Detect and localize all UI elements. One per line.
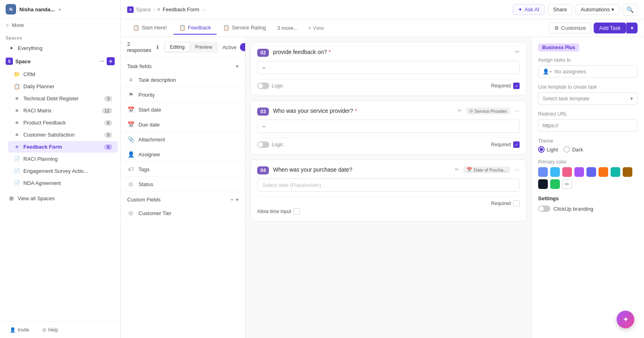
left-panel: 2 responses ⬇ Editing Preview Active ⚙	[121, 37, 246, 338]
redirect-url-input[interactable]	[538, 119, 638, 132]
question-03-input[interactable]	[257, 120, 520, 133]
field-tags[interactable]: 🏷 Tags	[121, 162, 245, 177]
task-fields-chevron-icon[interactable]: ▾	[236, 63, 239, 69]
assign-tasks-section: Assign tasks to 👤+ No assignees	[538, 57, 638, 78]
field-attachment[interactable]: 📎 Attachment	[121, 132, 245, 147]
download-icon[interactable]: ⬇	[155, 44, 160, 50]
add-task-dropdown-button[interactable]: ▾	[626, 23, 638, 33]
automations-button[interactable]: Automations ▾	[576, 4, 619, 15]
color-swatch-yellow[interactable]	[623, 167, 632, 177]
color-swatch-teal[interactable]	[611, 167, 620, 177]
fab-icon: ✦	[623, 315, 629, 324]
ask-ai-button[interactable]: ✦ Ask AI	[513, 4, 545, 15]
color-swatch-purple[interactable]	[574, 167, 584, 177]
required-checkbox[interactable]: ✓	[513, 83, 520, 89]
gear-icon: ⚙	[554, 25, 559, 31]
question-04-date-input[interactable]: Select date (Placeholder)	[257, 178, 520, 192]
color-swatch-dark[interactable]	[538, 179, 548, 189]
field-priority[interactable]: ⚑ Priority	[121, 87, 245, 102]
color-swatch-cyan[interactable]	[550, 167, 560, 177]
help-button[interactable]: ⊙ Help	[38, 325, 62, 335]
question-03-more-icon[interactable]: ···	[514, 108, 520, 115]
required-checkbox[interactable]	[513, 200, 520, 207]
active-toggle-switch[interactable]	[240, 43, 246, 51]
question-04: 04 When was your purchase date? ✏ 📅 Date…	[250, 160, 526, 222]
editing-button[interactable]: Editing	[165, 43, 190, 52]
field-customer-tier[interactable]: ⊙ Customer Tier	[121, 206, 245, 221]
color-swatch-green[interactable]	[550, 179, 560, 189]
assignee-icon: 👤	[127, 151, 134, 158]
active-toggle: Active ⚙	[222, 43, 246, 51]
space-more-icon[interactable]: ···	[99, 58, 104, 64]
invite-button[interactable]: 👤 Invite	[6, 325, 33, 335]
sidebar-item-view-all-spaces[interactable]: ⊞ View all Spaces	[2, 193, 118, 204]
tab-start-here[interactable]: 📋 Start Here!	[127, 21, 173, 35]
color-swatch-pink[interactable]	[562, 167, 572, 177]
customer-satisfaction-label: Customer Satisfaction	[23, 132, 74, 138]
sidebar-item-feedback-form[interactable]: ≡ Feedback Form 5	[8, 141, 118, 153]
custom-fields-chevron-icon[interactable]: ▾	[236, 197, 239, 203]
breadcrumb-more-icon[interactable]: ···	[202, 6, 206, 12]
field-start-date[interactable]: 📅 Start date	[121, 102, 245, 117]
sidebar-item-raci-matrix[interactable]: ≡ RACI Matrix 12	[8, 105, 118, 116]
tab-feedback[interactable]: 📋 Feedback	[173, 21, 217, 35]
space-name: Space	[15, 58, 31, 64]
space-add-button[interactable]: +	[107, 57, 115, 65]
question-04-edit-icon[interactable]: ✏	[455, 166, 459, 172]
sidebar-item-daily-planner[interactable]: 📋 Daily Planner	[8, 81, 118, 92]
question-04-more-icon[interactable]: ···	[514, 166, 520, 174]
required-checkbox[interactable]: ✓	[513, 141, 520, 148]
clickup-branding-toggle[interactable]	[538, 205, 550, 212]
sidebar-item-engagement-survey[interactable]: 📄 Engagement Survey Actio...	[8, 165, 118, 177]
customize-button[interactable]: ⚙ Customize	[549, 23, 591, 33]
breadcrumb-separator: /	[153, 6, 155, 12]
theme-light-option[interactable]: Light	[538, 146, 558, 153]
field-task-description[interactable]: ≡ Task description	[121, 73, 245, 87]
color-picker-button[interactable]: ✏	[562, 179, 572, 189]
no-assignees-label: No assignees	[555, 68, 586, 75]
allow-time-area: Allow time input	[257, 208, 520, 215]
question-03-edit-icon[interactable]: ✏	[458, 108, 462, 114]
question-02-required-area: Required ✓	[491, 83, 520, 89]
field-due-date[interactable]: 📅 Due date	[121, 117, 245, 132]
share-button[interactable]: Share	[548, 4, 572, 15]
template-selector[interactable]: Select task template ▾	[538, 92, 638, 105]
sidebar-more-item[interactable]: ○ More	[0, 19, 120, 31]
color-swatch-orange[interactable]	[599, 167, 608, 177]
feedback-form-label: Feedback Form	[23, 144, 62, 150]
custom-fields-add-icon[interactable]: +	[230, 197, 233, 203]
view-all-spaces-label: View all Spaces	[18, 195, 55, 201]
sidebar-item-crm[interactable]: 📁 CRM	[8, 68, 118, 80]
field-assignee[interactable]: 👤 Assignee	[121, 147, 245, 162]
more-tabs-button[interactable]: 3 more...	[272, 22, 303, 34]
theme-dark-option[interactable]: Dark	[564, 146, 583, 153]
assignee-add-icon: 👤+	[543, 68, 552, 75]
tab-service-rating[interactable]: 📋 Service Rating	[217, 21, 272, 35]
sidebar-item-technical-debt[interactable]: ≡ Technical Debt Register 3	[8, 93, 118, 104]
question-02-edit-icon[interactable]: ✏	[515, 49, 520, 55]
logic-toggle-switch[interactable]	[257, 83, 269, 89]
raci-matrix-icon: ≡	[14, 108, 20, 114]
color-swatch-indigo[interactable]	[586, 167, 596, 177]
add-view-button[interactable]: + View	[303, 22, 329, 34]
question-02-input[interactable]	[257, 61, 520, 74]
customer-satisfaction-icon: ≡	[14, 132, 20, 138]
user-menu[interactable]: N Nisha nanda... ▾	[0, 0, 120, 19]
clickup-branding-toggle-row: ClickUp branding	[538, 205, 638, 212]
sidebar-item-nda-agreement[interactable]: 📄 NDA Agreement	[8, 177, 118, 189]
color-swatch-blue[interactable]	[538, 167, 548, 177]
sidebar-item-raci-planning[interactable]: 📄 RACI Planning	[8, 153, 118, 165]
sidebar-item-product-feedback[interactable]: ≡ Product Feedback 8	[8, 117, 118, 129]
field-status[interactable]: ⊙ Status	[121, 177, 245, 192]
question-03-required-area: Required ✓	[491, 141, 520, 148]
sidebar-item-everything[interactable]: ✦ Everything	[2, 42, 118, 54]
preview-button[interactable]: Preview	[190, 43, 217, 52]
search-button[interactable]: 🔍	[623, 4, 638, 16]
logic-toggle-switch[interactable]	[257, 141, 269, 148]
sidebar-item-customer-satisfaction[interactable]: ≡ Customer Satisfaction 9	[8, 129, 118, 141]
assignee-selector[interactable]: 👤+ No assignees	[538, 65, 638, 78]
fab-button[interactable]: ✦	[617, 311, 634, 328]
add-task-button[interactable]: Add Task	[594, 23, 626, 33]
space-icon: S	[6, 58, 13, 65]
allow-time-checkbox[interactable]	[293, 208, 300, 215]
